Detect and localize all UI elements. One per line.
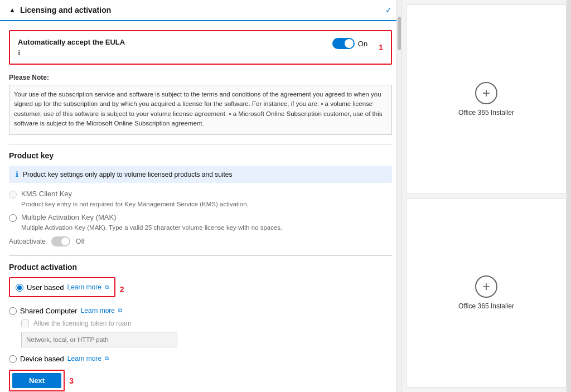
user-based-radio[interactable] xyxy=(16,284,23,292)
annotation-3: 3 xyxy=(69,376,74,385)
user-based-label: User based xyxy=(27,283,64,292)
eula-box: Automatically accept the EULA ℹ On 1 xyxy=(9,30,392,65)
panel-content: Automatically accept the EULA ℹ On 1 Ple… xyxy=(0,21,401,392)
right-panel: + Office 365 Installer + Office 365 Inst… xyxy=(401,0,571,392)
allow-licensing-row: Allow the licensing token to roam xyxy=(21,320,392,327)
note-title: Please Note: xyxy=(9,74,392,81)
autoactivate-label: Autoactivate xyxy=(9,238,46,245)
annotation-1: 1 xyxy=(379,43,383,52)
kms-radio-option: KMS Client Key xyxy=(9,190,392,199)
kms-label: KMS Client Key xyxy=(21,190,72,198)
info-icon[interactable]: ℹ xyxy=(18,49,21,57)
annotation-2: 2 xyxy=(120,285,124,294)
left-scrollbar[interactable] xyxy=(396,0,401,392)
info-banner-text: Product key settings only apply to volum… xyxy=(23,171,233,178)
note-scroll-area[interactable]: Your use of the subscription service and… xyxy=(9,85,392,135)
divider-2 xyxy=(9,255,392,256)
eula-toggle-area[interactable]: On xyxy=(332,38,367,49)
section-header: ▲ Licensing and activation ✓ xyxy=(0,0,401,21)
allow-licensing-label: Allow the licensing token to roam xyxy=(33,320,131,327)
plus-icon-1: + xyxy=(475,82,497,104)
note-text: Your use of the subscription service and… xyxy=(14,90,387,128)
device-based-label: Device based xyxy=(20,355,64,363)
mak-radio-option: Multiple Activation Key (MAK) xyxy=(9,213,392,222)
shared-external-icon: ⧉ xyxy=(118,307,122,314)
left-panel: ▲ Licensing and activation ✓ Automatical… xyxy=(0,0,401,392)
check-icon: ✓ xyxy=(385,6,392,14)
product-key-info-banner: ℹ Product key settings only apply to vol… xyxy=(9,166,392,183)
kms-desc: Product key entry is not required for Ke… xyxy=(21,201,392,207)
product-activation-title: Product activation xyxy=(9,263,392,272)
divider-1 xyxy=(9,144,392,144)
installer-card-1[interactable]: + Office 365 Installer xyxy=(406,4,567,194)
shared-computer-radio[interactable] xyxy=(9,307,17,315)
device-based-learn-more-link[interactable]: Learn more xyxy=(67,355,101,362)
device-external-icon: ⧉ xyxy=(105,355,109,362)
mak-label: Multiple Activation Key (MAK) xyxy=(21,213,117,221)
user-based-inner: User based Learn more ⧉ xyxy=(16,283,109,292)
next-button[interactable]: Next xyxy=(12,373,61,388)
allow-licensing-checkbox[interactable] xyxy=(21,320,29,327)
autoactivate-toggle[interactable] xyxy=(51,236,70,246)
network-path-input[interactable] xyxy=(21,332,177,347)
shared-computer-label: Shared Computer xyxy=(20,307,78,315)
right-scrollbar[interactable] xyxy=(567,0,571,392)
next-box: Next xyxy=(9,370,65,391)
installer-label-2: Office 365 Installer xyxy=(458,302,514,310)
section-header-title: Licensing and activation xyxy=(20,6,111,14)
section-header-left: ▲ Licensing and activation xyxy=(9,6,111,14)
installer-label-1: Office 365 Installer xyxy=(458,109,514,117)
shared-computer-learn-more-link[interactable]: Learn more xyxy=(81,307,115,314)
eula-title: Automatically accept the EULA xyxy=(18,38,326,46)
device-based-radio[interactable] xyxy=(9,355,17,363)
user-based-external-icon: ⧉ xyxy=(105,284,109,291)
mak-radio[interactable] xyxy=(9,214,17,222)
plus-icon-2: + xyxy=(475,275,497,298)
kms-radio[interactable] xyxy=(9,191,17,199)
eula-toggle-label: On xyxy=(358,40,367,48)
mak-desc: Multiple Activation Key (MAK). Type a va… xyxy=(21,224,392,231)
user-based-learn-more-link[interactable]: Learn more xyxy=(67,283,101,291)
scrollbar-thumb xyxy=(398,17,401,50)
autoactivate-row: Autoactivate Off xyxy=(9,236,392,246)
chevron-up-icon: ▲ xyxy=(9,6,16,14)
device-based-row: Device based Learn more ⧉ xyxy=(9,354,392,363)
info-banner-icon: ℹ xyxy=(16,170,18,178)
installer-card-2[interactable]: + Office 365 Installer xyxy=(406,199,567,388)
eula-label-area: Automatically accept the EULA ℹ xyxy=(18,38,326,57)
shared-computer-row: Shared Computer Learn more ⧉ xyxy=(9,306,392,315)
user-based-box: User based Learn more ⧉ xyxy=(9,277,115,297)
eula-toggle[interactable] xyxy=(332,38,355,49)
note-box: Please Note: Your use of the subscriptio… xyxy=(9,74,392,135)
product-key-title: Product key xyxy=(9,151,392,160)
autoactivate-toggle-label: Off xyxy=(76,238,85,245)
